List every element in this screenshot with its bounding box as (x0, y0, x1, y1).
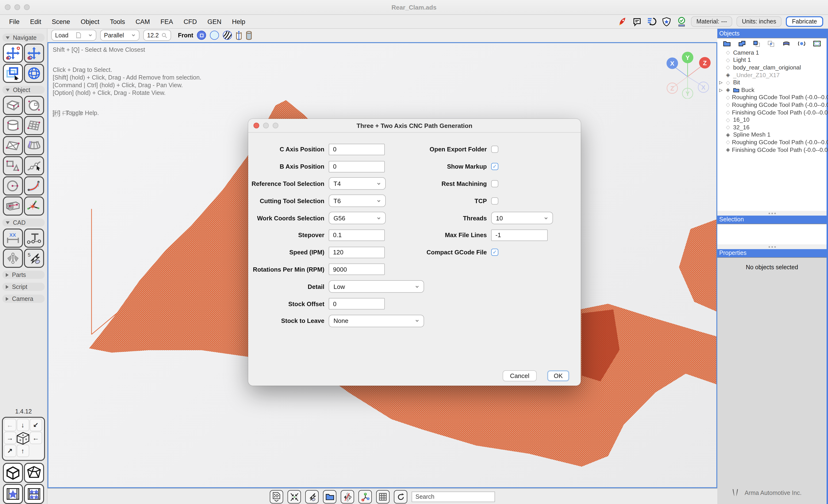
shield-star-icon[interactable] (661, 16, 672, 27)
visibility-icon[interactable]: ◈ (726, 87, 731, 93)
folder-button[interactable] (323, 490, 336, 504)
tree-item-32-16[interactable]: ◇32_16 (717, 124, 827, 131)
panel-resize-handle[interactable] (717, 244, 827, 249)
favorite-view-button[interactable] (3, 484, 23, 504)
detail-select[interactable]: Low (329, 281, 424, 293)
cutting-tool-select[interactable]: T6 (329, 195, 386, 207)
b-axis-position-input[interactable] (329, 161, 385, 172)
stock-offset-input[interactable] (329, 298, 385, 309)
grid-toggle-button[interactable] (376, 490, 389, 504)
refresh-button[interactable] (394, 490, 407, 504)
material-chip[interactable]: Material: --- (691, 16, 733, 27)
perspective-view-cube-button[interactable] (24, 463, 44, 483)
fabricate-button[interactable]: Fabricate (786, 16, 823, 27)
visibility-icon[interactable]: ◇ (726, 79, 731, 86)
sync-icon[interactable] (647, 16, 657, 27)
reference-tool-select[interactable]: T4 (329, 177, 386, 190)
section-script[interactable]: Script (2, 283, 45, 291)
object-lathe-tool[interactable] (24, 136, 44, 155)
object-tube-tool[interactable] (3, 197, 23, 216)
visibility-icon[interactable]: ◇ (726, 65, 731, 71)
tree-item-roughing-1[interactable]: ◇Roughing GCode Tool Path (-0.0--0.0) (717, 94, 827, 101)
work-coords-select[interactable]: G56 (329, 212, 386, 224)
union-icon[interactable] (738, 41, 746, 46)
units-chip[interactable]: Units: inches (737, 16, 782, 27)
object-box-tool[interactable] (3, 96, 23, 115)
nav-move-closest-tool[interactable] (3, 44, 23, 63)
section-parts[interactable]: Parts (2, 271, 45, 279)
section-cad[interactable]: CAD (2, 218, 45, 226)
projection-dropdown[interactable]: Parallel (100, 30, 139, 41)
visibility-icon[interactable]: ◇ (726, 50, 731, 56)
c-axis-position-input[interactable] (329, 144, 385, 155)
menu-edit[interactable]: Edit (25, 18, 47, 25)
tcp-checkbox[interactable] (491, 197, 498, 205)
visibility-icon[interactable]: ◈ (726, 146, 730, 153)
visibility-icon[interactable]: ◈ (726, 132, 731, 138)
tree-item-under[interactable]: ◈_Under_Z10_X17 (717, 71, 827, 79)
menu-gen[interactable]: GEN (202, 18, 227, 25)
visibility-icon[interactable]: ◇ (726, 102, 730, 108)
tree-item-body[interactable]: ◇body_rear_clam_origional (717, 64, 827, 71)
rocket-icon[interactable] (617, 16, 627, 27)
collapse-to-center-button[interactable] (288, 490, 301, 504)
expand-arrow-icon[interactable]: ▷ (719, 80, 722, 85)
menu-fea[interactable]: FEA (155, 18, 178, 25)
menu-cfd[interactable]: CFD (178, 18, 202, 25)
object-sphere-tool[interactable] (24, 96, 44, 115)
view-down-arrow[interactable]: ↓ (16, 418, 29, 431)
object-circle-tool[interactable] (3, 176, 23, 196)
menu-object[interactable]: Object (76, 18, 105, 25)
menu-scene[interactable]: Scene (46, 18, 76, 25)
object-bezier-tool[interactable] (24, 176, 44, 196)
wireframe-view-icon[interactable] (210, 31, 219, 40)
polygon-pick-button[interactable] (305, 490, 319, 504)
tree-item-roughing-2[interactable]: ◇Roughing GCode Tool Path (-0.0--0.0) (717, 101, 827, 109)
bounding-box-icon[interactable] (813, 41, 821, 46)
cad-dimension-tool[interactable]: XX (3, 228, 23, 248)
search-input[interactable] (412, 492, 495, 502)
nav-move-tool[interactable] (24, 44, 44, 63)
tree-item-light[interactable]: ◇Light 1 (717, 56, 827, 64)
favorite-views-grid-button[interactable] (24, 484, 44, 504)
cancel-button[interactable]: Cancel (503, 370, 537, 381)
visibility-icon[interactable]: ◇ (726, 139, 730, 145)
visibility-icon[interactable]: ◈ (726, 72, 731, 78)
tree-item-finishing-1[interactable]: ◇Finishing GCode Tool Path (-0.0--0.0) (717, 109, 827, 116)
folder-icon[interactable] (723, 41, 731, 46)
zebra-view-icon[interactable] (223, 31, 232, 40)
object-grid-plane-tool[interactable] (24, 116, 44, 135)
threads-select[interactable]: 10 (491, 212, 553, 224)
menu-help[interactable]: Help (226, 18, 251, 25)
load-dropdown[interactable]: Load (51, 30, 96, 41)
cad-polygon-tool[interactable]: 5 (24, 249, 44, 268)
section-camera[interactable]: Camera (2, 295, 45, 303)
nav-orbit-tool[interactable] (24, 64, 44, 83)
cylinder-wire-icon[interactable] (236, 31, 242, 40)
panel-resize-handle[interactable] (717, 211, 827, 216)
section-navigate[interactable]: Navigate (2, 34, 45, 42)
view-left-arrow[interactable]: ← (4, 418, 16, 431)
subtract-icon[interactable] (753, 40, 760, 47)
cad-tspline-tool[interactable] (24, 228, 44, 248)
surface-icon[interactable] (783, 41, 790, 46)
tree-item-camera[interactable]: ◇Camera 1 (717, 49, 827, 56)
menu-cam[interactable]: CAM (130, 18, 155, 25)
material-preview-button[interactable] (270, 490, 283, 504)
view-downleft-arrow[interactable]: ↙ (30, 418, 42, 431)
visibility-icon[interactable]: ◇ (726, 109, 730, 116)
tree-item-spline-mesh[interactable]: ◈Spline Mesh 1 (717, 131, 827, 138)
rpm-input[interactable] (329, 264, 385, 275)
visibility-icon[interactable]: ◇ (726, 57, 731, 63)
object-light-tool[interactable] (24, 197, 44, 216)
object-spline-edit-tool[interactable] (24, 156, 44, 175)
nav-select-tool[interactable] (3, 64, 23, 83)
open-export-folder-checkbox[interactable] (491, 146, 498, 153)
shaded-view-icon[interactable] (197, 31, 206, 40)
show-markup-checkbox[interactable] (491, 163, 498, 170)
tree-item-16-10[interactable]: ◇16_10 (717, 116, 827, 124)
approved-check-icon[interactable] (676, 16, 687, 27)
iso-view-cube-button[interactable] (3, 463, 23, 483)
speed-ipm-input[interactable] (329, 247, 385, 258)
menu-tools[interactable]: Tools (105, 18, 130, 25)
